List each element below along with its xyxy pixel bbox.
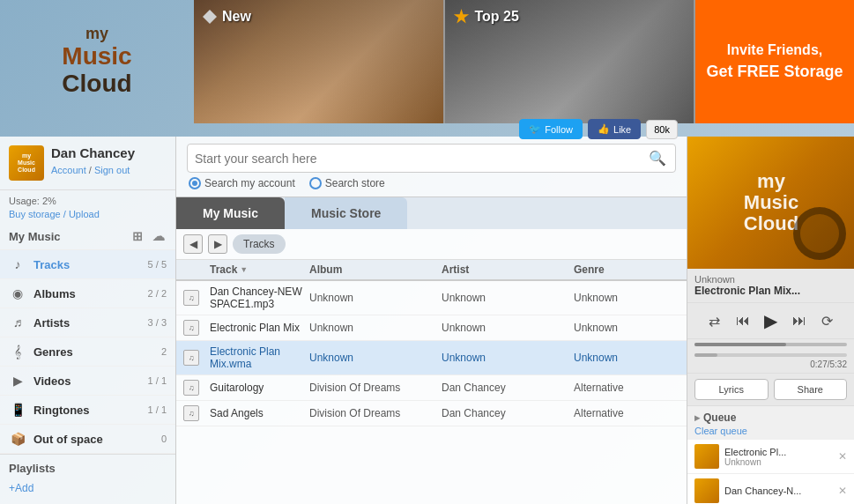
like-button[interactable]: 👍 Like (588, 119, 641, 139)
track-icon: ♫ (183, 290, 199, 306)
artists-icon: ♬ (9, 314, 26, 331)
now-playing-artist: Unknown (694, 274, 847, 285)
player-controls: ⇄ ⏮ ▶ ⏭ ⟳ (687, 303, 854, 339)
th-artist[interactable]: Artist (442, 263, 574, 276)
diamond-icon (203, 10, 217, 24)
th-album[interactable]: Album (309, 263, 442, 276)
track-name: Sad Angels (210, 407, 309, 419)
cloud-icon[interactable]: ☁ (151, 228, 167, 244)
tracks-breadcrumb: Tracks (233, 234, 286, 254)
user-links: Account / Sign out (51, 165, 167, 175)
usage-label: Usage: 2% (9, 196, 167, 206)
track-icon: ♫ (183, 320, 199, 336)
player-logo: my Music Cloud (744, 171, 798, 235)
sidebar-item-genres[interactable]: 𝄞 Genres 2 (0, 337, 175, 367)
search-icon-button[interactable]: 🔍 (647, 148, 668, 168)
table-row[interactable]: ♫ Sad Angels Division Of Dreams Dan Chan… (176, 401, 687, 426)
table-row[interactable]: ♫ Electronic Plan Mix Unknown Unknown Un… (176, 315, 687, 341)
invite-line2: Get FREE Storage (706, 61, 843, 83)
invite-banner[interactable]: Invite Friends, Get FREE Storage (695, 0, 854, 123)
out-of-space-icon: 📦 (9, 430, 26, 448)
queue-remove-icon[interactable]: ✕ (838, 485, 847, 497)
twitter-icon: 🐦 (529, 123, 541, 135)
next-button[interactable]: ⏭ (789, 310, 810, 331)
account-link[interactable]: Account (51, 165, 86, 175)
volume-fill (694, 343, 786, 346)
albums-icon: ◉ (9, 285, 26, 302)
ringtones-label: Ringtones (33, 404, 141, 417)
signout-link[interactable]: Sign out (94, 165, 130, 175)
queue-thumb (694, 478, 719, 503)
sidebar-item-albums[interactable]: ◉ Albums 2 / 2 (0, 279, 175, 308)
banner-top25[interactable]: Top 25 (445, 0, 696, 123)
track-album: Division Of Dreams (309, 382, 442, 394)
my-music-icons: ⊞ ☁ (130, 228, 167, 244)
queue-artist: Unknown (724, 457, 833, 467)
queue-title: Electronic Pl... (724, 447, 833, 457)
sidebar-item-ringtones[interactable]: 📱 Ringtones 1 / 1 (0, 396, 175, 425)
track-artist: Dan Chancey (442, 382, 574, 394)
lyrics-button[interactable]: Lyrics (694, 379, 769, 400)
storage-links: Buy storage / Upload (9, 209, 167, 219)
th-icon (183, 263, 210, 276)
sort-arrow: ▼ (240, 265, 248, 274)
queue-remove-icon[interactable]: ✕ (838, 450, 847, 463)
th-track[interactable]: Track ▼ (210, 263, 309, 276)
track-genre: Unknown (574, 292, 679, 304)
banner-new-label: New (222, 9, 251, 25)
table-row[interactable]: ♫ Electronic Plan Mix.wma Unknown Unknow… (176, 341, 687, 375)
vinyl-ring (793, 207, 846, 260)
usage-area: Usage: 2% Buy storage / Upload (0, 190, 175, 223)
albums-count: 2 / 2 (148, 288, 167, 299)
tab-my-music[interactable]: My Music (176, 197, 285, 229)
progress-track[interactable] (694, 353, 847, 357)
avatar: myMusicCloud (9, 145, 44, 181)
buy-storage-link[interactable]: Buy storage (9, 209, 61, 219)
play-button[interactable]: ▶ (761, 310, 782, 331)
search-store-option[interactable]: Search store (309, 177, 385, 189)
prev-arrow[interactable]: ◀ (183, 234, 203, 254)
prev-button[interactable]: ⏮ (732, 310, 754, 331)
star-icon (454, 9, 470, 25)
tracks-count: 5 / 5 (148, 259, 167, 270)
track-icon: ♫ (183, 405, 199, 421)
sidebar-item-artists[interactable]: ♬ Artists 3 / 3 (0, 308, 175, 337)
genres-count: 2 (161, 346, 167, 357)
banner-new[interactable]: New (194, 0, 445, 123)
shuffle-button[interactable]: ⇄ (704, 310, 725, 331)
my-music-header: My Music ⊞ ☁ (0, 223, 175, 250)
volume-track[interactable] (694, 343, 847, 346)
th-genre[interactable]: Genre (574, 263, 679, 276)
player-panel: my Music Cloud Unknown Electronic Plan M… (687, 137, 854, 504)
search-my-account-option[interactable]: Search my account (189, 177, 295, 189)
track-artist: Unknown (442, 352, 574, 364)
clear-queue-button[interactable]: Clear queue (687, 426, 854, 440)
sidebar-item-out-of-space[interactable]: 📦 Out of space 0 (0, 425, 175, 454)
sidebar-item-videos[interactable]: ▶ Videos 1 / 1 (0, 367, 175, 396)
queue-items-container: Electronic Pl... Unknown ✕ Dan Chancey-N… (687, 440, 854, 504)
track-album: Division Of Dreams (309, 407, 442, 419)
queue-item[interactable]: Dan Chancey-N... ✕ (687, 474, 854, 504)
user-name: Dan Chancey (51, 145, 167, 161)
now-playing-title: Electronic Plan Mix... (694, 285, 847, 297)
repeat-button[interactable]: ⟳ (817, 310, 838, 331)
artists-label: Artists (33, 316, 141, 330)
table-row[interactable]: ♫ Guitarology Division Of Dreams Dan Cha… (176, 375, 687, 401)
queue-header: ▶ Queue (687, 406, 854, 426)
next-arrow[interactable]: ▶ (208, 234, 227, 254)
upload-link[interactable]: Upload (69, 209, 100, 219)
ringtones-count: 1 / 1 (148, 404, 167, 415)
logo-music: Music (62, 43, 131, 70)
add-playlist-button[interactable]: +Add (0, 478, 175, 498)
share-button[interactable]: Share (774, 379, 848, 400)
queue-item[interactable]: Electronic Pl... Unknown ✕ (687, 440, 854, 474)
follow-button[interactable]: 🐦 Follow (519, 119, 583, 139)
table-row[interactable]: ♫ Dan Chancey-NEW SPACE1.mp3 Unknown Unk… (176, 281, 687, 315)
search-bar-area: 🔍 Search my account Search store (176, 137, 687, 197)
videos-label: Videos (33, 374, 141, 388)
tab-music-store[interactable]: Music Store (285, 197, 407, 229)
sidebar-item-tracks[interactable]: ♪ Tracks 5 / 5 (0, 250, 175, 279)
search-input[interactable] (195, 152, 642, 166)
grid-icon[interactable]: ⊞ (130, 228, 145, 244)
artists-count: 3 / 3 (148, 317, 167, 328)
